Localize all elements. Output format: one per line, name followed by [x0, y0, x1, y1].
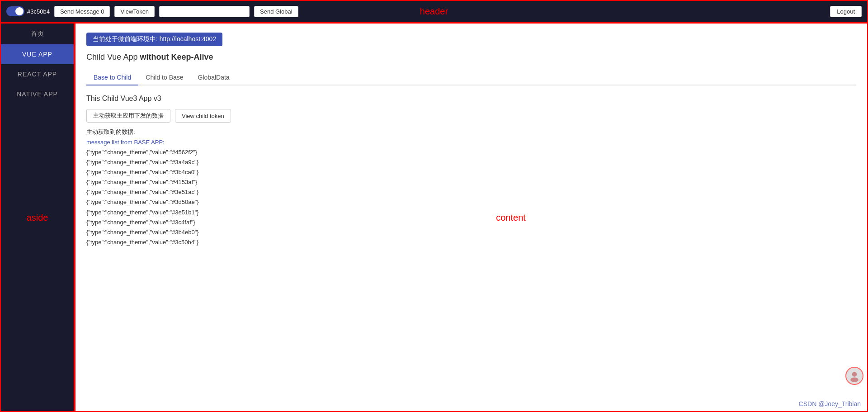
aside-label: aside	[27, 212, 48, 223]
message-list: {"type":"change_theme","value":"#4562f2"…	[86, 147, 856, 247]
svg-point-1	[850, 378, 859, 383]
sidebar-item-home[interactable]: 首页	[1, 24, 74, 44]
list-item: {"type":"change_theme","value":"#3c4faf"…	[86, 218, 856, 227]
message-source-prefix: message list from	[86, 139, 134, 146]
aside: aside 首页 VUE APP REACT APP NATIVE APP	[0, 23, 75, 412]
env-badge: 当前处于微前端环境中: http://localhost:4002	[86, 33, 222, 46]
list-item: {"type":"change_theme","value":"#4153af"…	[86, 177, 856, 187]
theme-toggle[interactable]: #3c50b4	[6, 6, 50, 16]
layout: aside 首页 VUE APP REACT APP NATIVE APP co…	[0, 23, 868, 412]
send-global-button[interactable]: Send Global	[254, 6, 298, 17]
list-item: {"type":"change_theme","value":"#3e51b1"…	[86, 208, 856, 218]
header: #3c50b4 Send Message 0 ViewToken Send Gl…	[0, 0, 868, 23]
list-item: {"type":"change_theme","value":"#4562f2"…	[86, 147, 856, 157]
tab-base-to-child[interactable]: Base to Child	[86, 70, 138, 85]
logout-button[interactable]: Logout	[830, 6, 862, 17]
action-row: 主动获取主应用下发的数据 View child token	[86, 109, 856, 123]
data-label: 主动获取到的数据:	[86, 128, 856, 136]
theme-color-display: #3c50b4	[27, 8, 50, 15]
list-item: {"type":"change_theme","value":"#3a4a9c"…	[86, 157, 856, 167]
watermark: CSDN @Joey_Tribian	[799, 400, 861, 407]
sidebar-item-react-app[interactable]: REACT APP	[1, 64, 74, 84]
list-item: {"type":"change_theme","value":"#3d50ae"…	[86, 197, 856, 207]
tab-child-to-base[interactable]: Child to Base	[138, 70, 190, 85]
fetch-data-button[interactable]: 主动获取主应用下发的数据	[86, 109, 170, 123]
section-title: This Child Vue3 App v3	[86, 95, 856, 103]
list-item: {"type":"change_theme","value":"#3c50b4"…	[86, 237, 856, 247]
page-title-bold: without Keep-Alive	[140, 52, 213, 62]
content: content 当前处于微前端环境中: http://localhost:400…	[75, 23, 868, 412]
list-item: {"type":"change_theme","value":"#3e51ac"…	[86, 187, 856, 197]
view-child-token-button[interactable]: View child token	[175, 109, 231, 123]
list-item: {"type":"change_theme","value":"#3b4ca0"…	[86, 167, 856, 177]
page-title-prefix: Child Vue App	[86, 52, 140, 62]
svg-point-0	[852, 372, 857, 377]
page-title: Child Vue App without Keep-Alive	[86, 52, 856, 62]
message-source-link: BASE APP	[134, 139, 163, 146]
message-source: message list from BASE APP:	[86, 139, 856, 146]
toggle-track[interactable]	[6, 6, 24, 16]
header-label: header	[420, 6, 448, 17]
tabs-bar: Base to Child Child to Base GlobalData	[86, 70, 856, 85]
avatar-bubble[interactable]	[845, 367, 863, 385]
send-message-button[interactable]: Send Message 0	[54, 6, 110, 17]
sidebar-item-native-app[interactable]: NATIVE APP	[1, 84, 74, 104]
tab-global-data[interactable]: GlobalData	[191, 70, 237, 85]
message-input[interactable]	[159, 6, 250, 17]
sidebar-item-vue-app[interactable]: VUE APP	[1, 44, 74, 64]
view-token-button[interactable]: ViewToken	[114, 6, 155, 17]
toggle-thumb	[15, 7, 24, 15]
list-item: {"type":"change_theme","value":"#3b4eb0"…	[86, 227, 856, 237]
